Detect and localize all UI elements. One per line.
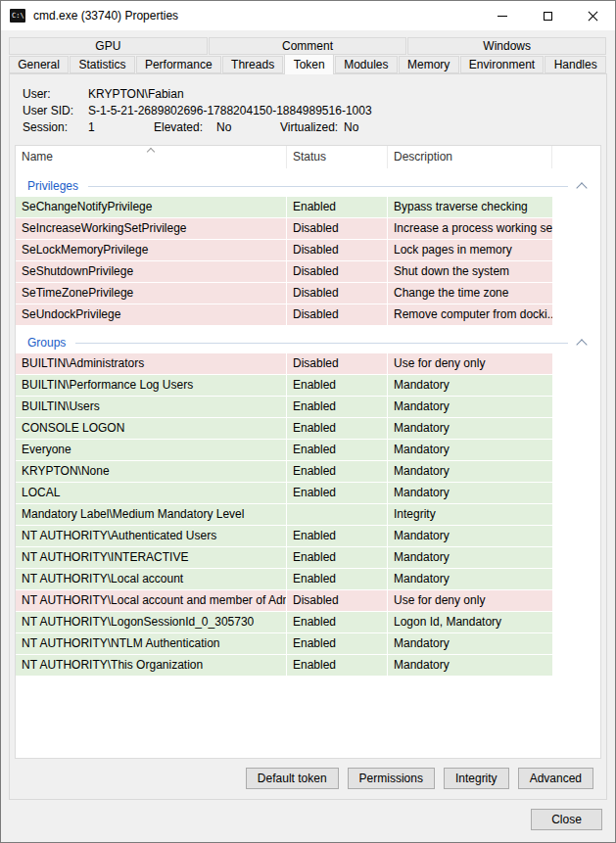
user-sid-row: User SID: S-1-5-21-2689802696-1788204150…	[23, 103, 602, 119]
list-row[interactable]: NT AUTHORITY\Authenticated UsersEnabledM…	[16, 526, 600, 546]
row-name: NT AUTHORITY\NTLM Authentication	[16, 633, 287, 654]
row-name: LOCAL	[16, 483, 287, 503]
default-token-button[interactable]: Default token	[246, 768, 339, 789]
column-header-status-label: Status	[293, 150, 326, 164]
list-row[interactable]: NT AUTHORITY\INTERACTIVEEnabledMandatory	[16, 547, 600, 568]
list-row[interactable]: SeShutdownPrivilegeDisabledShut down the…	[16, 261, 600, 282]
row-name: NT AUTHORITY\Authenticated Users	[16, 526, 287, 546]
list-row[interactable]: LOCALEnabledMandatory	[16, 483, 600, 503]
list-row[interactable]: KRYPTON\NoneEnabledMandatory	[16, 461, 600, 482]
list-row[interactable]: BUILTIN\AdministratorsDisabledUse for de…	[16, 353, 600, 374]
row-description: Remove computer from docki...	[388, 304, 552, 325]
column-header-description[interactable]: Description	[388, 146, 552, 168]
minimize-icon	[498, 16, 507, 17]
tab-row-top: GPUCommentWindows	[9, 37, 607, 55]
list-row[interactable]: SeLockMemoryPrivilegeDisabledLock pages …	[16, 240, 600, 260]
token-listview: Name Status Description PrivilegesSeChan…	[15, 145, 601, 759]
list-row[interactable]: SeChangeNotifyPrivilegeEnabledBypass tra…	[16, 197, 600, 217]
user-row: User: KRYPTON\Fabian	[23, 86, 602, 103]
group-divider-line	[88, 186, 568, 187]
tab-handles[interactable]: Handles	[545, 56, 606, 73]
row-status: Disabled	[287, 590, 388, 611]
tab-performance[interactable]: Performance	[136, 56, 221, 73]
row-description: Shut down the system	[388, 261, 552, 282]
tab-threads[interactable]: Threads	[222, 56, 284, 73]
row-description: Mandatory	[388, 440, 552, 460]
list-row[interactable]: SeTimeZonePrivilegeDisabledChange the ti…	[16, 283, 600, 304]
column-header-filler	[552, 146, 600, 168]
tab-comment[interactable]: Comment	[209, 37, 407, 55]
column-header-description-label: Description	[394, 150, 452, 164]
row-status: Enabled	[287, 461, 388, 482]
token-action-buttons: Default tokenPermissionsIntegrityAdvance…	[14, 768, 593, 789]
row-description: Use for deny only	[388, 590, 552, 611]
group-header-groups[interactable]: Groups	[16, 332, 600, 353]
group-header-privileges[interactable]: Privileges	[16, 175, 600, 197]
list-row[interactable]: NT AUTHORITY\Local account and member of…	[16, 590, 600, 611]
row-status: Enabled	[287, 655, 388, 676]
list-row[interactable]: SeIncreaseWorkingSetPrivilegeDisabledInc…	[16, 218, 600, 239]
list-row[interactable]: NT AUTHORITY\NTLM AuthenticationEnabledM…	[16, 633, 600, 654]
row-status: Enabled	[287, 526, 388, 546]
row-name: NT AUTHORITY\Local account	[16, 569, 287, 589]
column-header-status[interactable]: Status	[287, 146, 388, 168]
list-row[interactable]: NT AUTHORITY\This OrganizationEnabledMan…	[16, 655, 600, 676]
column-header-name[interactable]: Name	[16, 146, 287, 168]
row-name: SeShutdownPrivilege	[16, 261, 287, 282]
list-row[interactable]: Mandatory Label\Medium Mandatory LevelIn…	[16, 504, 600, 525]
row-description: Mandatory	[388, 375, 552, 396]
user-value: KRYPTON\Fabian	[88, 86, 184, 103]
row-status: Disabled	[287, 218, 388, 239]
row-status: Disabled	[287, 353, 388, 374]
session-label: Session:	[23, 119, 88, 136]
tab-gpu[interactable]: GPU	[9, 37, 208, 55]
list-row[interactable]: EveryoneEnabledMandatory	[16, 440, 600, 460]
row-status: Enabled	[287, 397, 388, 417]
tab-token[interactable]: Token	[284, 54, 334, 74]
tab-windows[interactable]: Windows	[407, 37, 606, 55]
tab-control: GPUCommentWindows GeneralStatisticsPerfo…	[9, 37, 607, 73]
row-name: NT AUTHORITY\This Organization	[16, 655, 287, 676]
row-status: Disabled	[287, 261, 388, 282]
row-status: Enabled	[287, 375, 388, 396]
row-name: NT AUTHORITY\LogonSessionId_0_305730	[16, 612, 287, 632]
user-sid-value: S-1-5-21-2689802696-1788204150-188498951…	[88, 103, 372, 119]
minimize-button[interactable]	[480, 1, 525, 30]
row-status: Enabled	[287, 418, 388, 439]
permissions-button[interactable]: Permissions	[348, 768, 435, 789]
row-name: NT AUTHORITY\INTERACTIVE	[16, 547, 287, 568]
list-row[interactable]: NT AUTHORITY\LogonSessionId_0_305730Enab…	[16, 612, 600, 632]
tab-statistics[interactable]: Statistics	[70, 56, 135, 73]
maximize-button[interactable]	[525, 1, 570, 30]
integrity-button[interactable]: Integrity	[444, 768, 509, 789]
chevron-up-icon[interactable]	[576, 339, 587, 350]
row-name: NT AUTHORITY\Local account and member of…	[16, 590, 287, 611]
tab-general[interactable]: General	[9, 56, 69, 73]
row-description: Mandatory	[388, 547, 552, 568]
list-row[interactable]: CONSOLE LOGONEnabledMandatory	[16, 418, 600, 439]
row-description: Bypass traverse checking	[388, 197, 552, 217]
row-status: Enabled	[287, 197, 388, 217]
elevated-value: No	[216, 119, 280, 136]
list-body: PrivilegesSeChangeNotifyPrivilegeEnabled…	[16, 175, 600, 676]
list-row[interactable]: BUILTIN\UsersEnabledMandatory	[16, 397, 600, 417]
list-row[interactable]: BUILTIN\Performance Log UsersEnabledMand…	[16, 375, 600, 396]
row-description: Mandatory	[388, 483, 552, 503]
advanced-button[interactable]: Advanced	[518, 768, 593, 789]
sort-ascending-icon	[147, 148, 155, 156]
maximize-icon	[544, 12, 552, 21]
list-row[interactable]: NT AUTHORITY\Local accountEnabledMandato…	[16, 569, 600, 589]
close-button[interactable]	[570, 1, 615, 30]
elevated-label: Elevated:	[154, 119, 216, 136]
close-dialog-button[interactable]: Close	[531, 809, 602, 830]
row-description: Mandatory	[388, 418, 552, 439]
row-status: Enabled	[287, 483, 388, 503]
list-row[interactable]: SeUndockPrivilegeDisabledRemove computer…	[16, 304, 600, 325]
row-name: SeLockMemoryPrivilege	[16, 240, 287, 260]
row-name: KRYPTON\None	[16, 461, 287, 482]
tab-modules[interactable]: Modules	[335, 56, 398, 73]
tab-environment[interactable]: Environment	[460, 56, 545, 73]
tab-memory[interactable]: Memory	[399, 56, 459, 73]
chevron-up-icon[interactable]	[576, 182, 587, 193]
row-status: Enabled	[287, 569, 388, 589]
